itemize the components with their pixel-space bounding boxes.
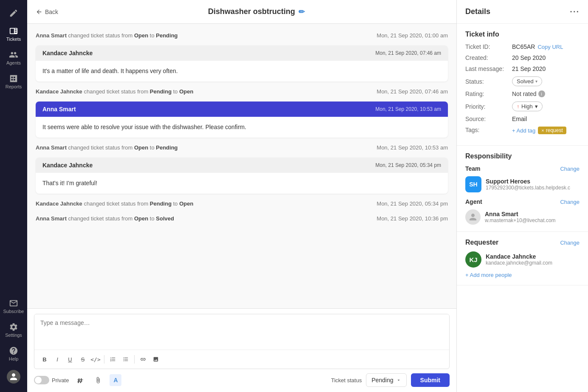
page-title: Dishwasher osbtructing ✏: [65, 7, 448, 17]
priority-label: Priority:: [465, 103, 512, 110]
edit-title-icon[interactable]: ✏: [298, 7, 305, 17]
sender-name: Kandace Jahncke: [42, 162, 93, 169]
status-row: Status: Solved ▾: [465, 76, 580, 86]
submit-button[interactable]: Submit: [411, 373, 450, 387]
ticket-id-row: Ticket ID: BC65AR Copy URL: [465, 43, 580, 50]
created-value: 20 Sep 2020: [512, 54, 546, 61]
sidebar-item-help[interactable]: Help: [0, 343, 27, 365]
private-toggle[interactable]: Private: [34, 376, 69, 384]
user-avatar[interactable]: [7, 370, 20, 384]
details-title: Details: [465, 7, 490, 16]
back-button[interactable]: Back: [36, 8, 58, 15]
sidebar-item-subscribe[interactable]: Subscribe: [0, 295, 27, 317]
status-change-event: Kandace Jahncke changed ticket status fr…: [36, 87, 448, 96]
priority-badge[interactable]: ↑ High ▾: [512, 102, 543, 111]
requester-change-button[interactable]: Change: [560, 240, 580, 246]
responsibility-section: Responsibility Team Change SH Support He…: [457, 146, 588, 232]
agent-details: Anna Smart w.masternak+10@livechat.com: [485, 211, 556, 223]
message-block: Kandace Jahncke Mon, 21 Sep 2020, 05:34 …: [36, 158, 448, 194]
message-header-customer: Kandace Jahncke Mon, 21 Sep 2020, 07:46 …: [36, 45, 448, 61]
team-change-button[interactable]: Change: [560, 166, 580, 172]
team-info: SH Support Heroes 1795292300@tickets.lab…: [465, 176, 580, 192]
rating-value: Not rated i: [512, 90, 545, 97]
bold-button[interactable]: B: [39, 353, 51, 365]
message-header-agent: Anna Smart Mon, 21 Sep 2020, 10:53 am: [36, 102, 448, 117]
agent-change-button[interactable]: Change: [560, 199, 580, 205]
ordered-list-button[interactable]: [107, 353, 119, 365]
sidebar-item-agents[interactable]: Agents: [0, 47, 27, 69]
text-format-button[interactable]: A: [110, 374, 121, 386]
agent-info: Anna Smart w.masternak+10@livechat.com: [465, 209, 580, 225]
copy-url-link[interactable]: Copy URL: [537, 44, 563, 50]
tags-row: Tags: + Add tag × request: [465, 127, 580, 134]
message-body: It seems were able to resolve your issue…: [36, 117, 448, 138]
compose-toolbar: B I U S </>: [34, 350, 449, 369]
code-button[interactable]: </>: [90, 353, 101, 365]
link-button[interactable]: [137, 353, 149, 365]
underline-button[interactable]: U: [64, 353, 76, 365]
details-header: Details ···: [457, 0, 588, 24]
status-badge-value: Solved: [517, 78, 534, 85]
details-more-button[interactable]: ···: [570, 7, 580, 17]
requester-details: Kandace Jahncke kandace.jahncke@gmail.co…: [486, 253, 552, 266]
toggle-switch[interactable]: [34, 376, 49, 384]
requester-name: Kandace Jahncke: [486, 253, 552, 260]
compose-area: B I U S </>: [27, 308, 456, 392]
sidebar-item-reports[interactable]: Reports: [0, 71, 27, 93]
compose-box: B I U S </>: [34, 314, 450, 369]
toggle-knob: [35, 377, 42, 384]
sidebar-item-tickets[interactable]: Tickets: [0, 23, 27, 45]
status-badge[interactable]: Solved ▾: [512, 76, 542, 86]
attachment-button[interactable]: [92, 374, 104, 386]
rating-info-icon[interactable]: i: [538, 90, 545, 97]
sidebar-item-settings[interactable]: Settings: [0, 319, 27, 341]
ticket-info-section: Ticket info Ticket ID: BC65AR Copy URL C…: [457, 24, 588, 146]
message-header-customer: Kandace Jahncke Mon, 21 Sep 2020, 05:34 …: [36, 158, 448, 173]
ticket-info-title: Ticket info: [465, 31, 580, 38]
source-value: Email: [512, 116, 527, 122]
message-block: Kandace Jahncke Mon, 21 Sep 2020, 07:46 …: [36, 45, 448, 82]
requester-avatar: KJ: [465, 251, 481, 268]
compose-input[interactable]: [34, 314, 449, 348]
team-name: Support Heroes: [486, 178, 570, 185]
rating-label: Rating:: [465, 90, 512, 97]
team-row-header: Team Change: [465, 165, 580, 172]
requester-info: KJ Kandace Jahncke kandace.jahncke@gmail…: [465, 251, 580, 268]
source-label: Source:: [465, 116, 512, 122]
team-avatar: SH: [465, 176, 481, 192]
sidebar-help-label: Help: [9, 356, 19, 361]
created-label: Created:: [465, 54, 512, 61]
message-timestamp: Mon, 21 Sep 2020, 10:53 am: [375, 106, 441, 112]
status-label: Status:: [465, 78, 512, 85]
message-body: That's it! I'm grateful!: [36, 173, 448, 194]
strikethrough-button[interactable]: S: [77, 353, 89, 365]
tag-close-button[interactable]: ×: [541, 128, 544, 133]
message-body: It's a matter of life and death. It happ…: [36, 61, 448, 82]
sidebar-item-tickets-label: Tickets: [6, 37, 21, 42]
message-timestamp: Mon, 21 Sep 2020, 05:34 pm: [375, 162, 441, 168]
status-change-event: Anna Smart changed ticket status from Op…: [36, 31, 448, 40]
sidebar-item-profile[interactable]: [0, 367, 27, 387]
team-label: Team: [465, 165, 481, 172]
private-label: Private: [52, 377, 69, 384]
status-dropdown[interactable]: Pending: [366, 373, 406, 387]
status-change-event: Anna Smart changed ticket status from Op…: [36, 143, 448, 152]
priority-value: High: [521, 103, 533, 110]
add-tag-button[interactable]: + Add tag: [512, 127, 535, 134]
italic-button[interactable]: I: [51, 353, 63, 365]
hashtag-button[interactable]: [74, 374, 87, 386]
unordered-list-button[interactable]: [120, 353, 132, 365]
last-message-value: 21 Sep 2020: [512, 65, 546, 72]
message-block: Anna Smart Mon, 21 Sep 2020, 10:53 am It…: [36, 102, 448, 138]
ticket-id-value: BC65AR: [512, 43, 535, 50]
responsibility-title: Responsibility: [465, 152, 580, 160]
image-button[interactable]: [150, 353, 162, 365]
sender-name: Kandace Jahncke: [42, 50, 93, 56]
add-people-button[interactable]: + Add more people: [465, 272, 580, 278]
request-tag: × request: [538, 127, 566, 134]
ticket-status-label: Ticket status: [331, 377, 362, 384]
tag-value: request: [546, 127, 563, 133]
sidebar-item-edit[interactable]: [0, 5, 27, 21]
last-message-row: Last message: 21 Sep 2020: [465, 65, 580, 72]
created-row: Created: 20 Sep 2020: [465, 54, 580, 61]
